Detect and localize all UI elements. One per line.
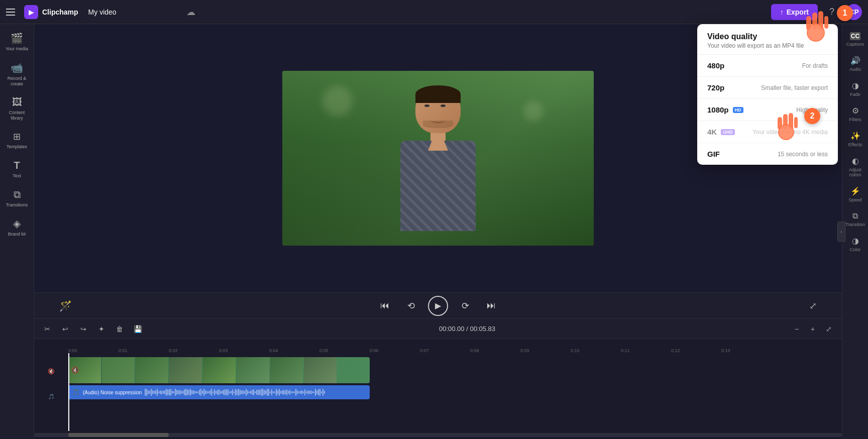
quality-label-1080p: 1080p (707, 105, 729, 114)
right-item-transition[interactable]: ⧉ Transition (843, 207, 867, 231)
wave-bar-116 (319, 389, 320, 395)
forward-5s-button[interactable]: ⟳ (456, 297, 474, 315)
video-title-input[interactable] (84, 6, 180, 18)
right-item-color[interactable]: ◑ Color (843, 232, 867, 256)
wave-bar-12 (163, 391, 164, 394)
timeline-track-headers: 🔇 🎵 (34, 353, 68, 431)
right-sidebar-collapse[interactable]: ‹ (837, 222, 845, 242)
timeline-save-button[interactable]: 💾 (131, 322, 145, 336)
right-item-speed[interactable]: ⚡ Speed (843, 182, 867, 206)
quality-option-1080p[interactable]: 1080p HD High quality (697, 99, 838, 121)
app-logo-icon: ▶ (24, 5, 38, 19)
audio-icon: 🔊 (850, 56, 860, 65)
audio-track[interactable]: 🎵 (Audio) Noise suppression (68, 385, 370, 399)
timeline-undo-button[interactable]: ↩ (58, 322, 72, 336)
wave-bar-101 (297, 390, 298, 394)
right-item-label-filters: Filters (849, 117, 861, 122)
quality-desc-720p: Smaller file, faster export (761, 84, 828, 91)
play-pause-button[interactable]: ▶ (428, 296, 448, 316)
wave-bar-42 (208, 391, 209, 393)
wave-bar-115 (318, 389, 319, 395)
zoom-in-button[interactable]: + (806, 322, 820, 336)
wave-bar-38 (202, 391, 203, 393)
help-button[interactable]: ? (824, 4, 840, 20)
quality-popup-subtitle: Your video will export as an MP4 file (707, 42, 828, 49)
right-item-label-transition: Transition (845, 222, 865, 227)
wave-bar-61 (237, 390, 238, 395)
wave-bar-36 (199, 390, 200, 395)
wave-bar-73 (255, 391, 256, 393)
skip-back-button[interactable]: ⏮ (376, 297, 394, 315)
wave-bar-7 (155, 390, 156, 394)
sidebar-item-brand-kit[interactable]: ◈ Brand kit (2, 213, 32, 241)
timeline-redo-button[interactable]: ↪ (76, 322, 90, 336)
video-quality-popup[interactable]: Video quality Your video will export as … (697, 24, 838, 165)
video-track-mute-btn[interactable]: 🔇 (48, 368, 55, 375)
ruler-mark-9: 0:09 (520, 348, 571, 353)
timeline-tracks-container: 🔇 🎵 (34, 353, 842, 431)
wave-bar-30 (190, 389, 191, 396)
zoom-out-button[interactable]: − (790, 322, 804, 336)
wave-bar-96 (289, 390, 290, 394)
right-item-filters[interactable]: ⚙ Filters (843, 102, 867, 126)
quality-option-gif[interactable]: GIF 15 seconds or less (697, 143, 838, 165)
zoom-controls: − + ⤢ (790, 322, 836, 336)
quality-option-480p[interactable]: 480p For drafts (697, 55, 838, 77)
thumb-2 (102, 357, 135, 383)
fade-icon: ◑ (852, 81, 859, 90)
wave-bar-88 (277, 390, 278, 394)
wave-bar-16 (169, 389, 170, 395)
quality-label-gif: GIF (707, 150, 720, 158)
sidebar-item-templates[interactable]: ⊞ Templates (2, 127, 32, 154)
wave-bar-26 (184, 389, 185, 395)
wave-bar-6 (154, 391, 155, 394)
timeline-track-area[interactable]: 🔇 🎵 (Audio) Noise suppression (68, 353, 842, 431)
timeline-scissors-tool[interactable]: ✂ (40, 322, 54, 336)
hd-badge: HD (733, 107, 743, 113)
fullscreen-button[interactable]: ⤢ (809, 300, 817, 311)
user-avatar-button[interactable]: CP (846, 4, 862, 20)
sidebar-item-content-library[interactable]: 🖼 Content library (2, 92, 32, 125)
wave-bar-49 (219, 389, 220, 395)
logo-area: ▶ Clipchamp (24, 5, 78, 19)
wave-bar-104 (301, 390, 302, 394)
ruler-mark-3: 0:03 (219, 348, 269, 353)
quality-option-720p[interactable]: 720p Smaller file, faster export (697, 77, 838, 99)
export-button[interactable]: ↑ Export (771, 4, 818, 20)
wave-bar-66 (244, 391, 245, 394)
zoom-fit-button[interactable]: ⤢ (822, 322, 836, 336)
wave-bar-76 (259, 390, 260, 394)
sidebar-item-your-media[interactable]: 🎬 Your media (2, 28, 32, 56)
thumb-7 (270, 357, 303, 383)
right-item-label-captions: Captions (846, 42, 864, 47)
sidebar-item-text[interactable]: T Text (2, 156, 32, 183)
wave-bar-0 (145, 389, 146, 395)
skip-forward-button[interactable]: ⏭ (482, 297, 500, 315)
hamburger-menu[interactable] (6, 6, 18, 18)
wave-bar-70 (250, 391, 251, 393)
magic-button[interactable]: 🪄 (59, 300, 72, 312)
timeline-scrollbar-thumb[interactable] (68, 433, 169, 437)
wave-bar-18 (172, 391, 173, 393)
wave-bar-3 (149, 391, 150, 394)
wave-bar-112 (313, 391, 314, 394)
right-item-effects[interactable]: ✨ Effects (843, 127, 867, 151)
timeline-delete-button[interactable]: 🗑 (113, 322, 127, 336)
right-item-captions[interactable]: CC Captions (843, 28, 867, 51)
timeline-scrollbar[interactable] (34, 433, 842, 437)
right-item-fade[interactable]: ◑ Fade (843, 77, 867, 101)
video-track[interactable]: 🔇 (68, 357, 842, 385)
quality-label-720p: 720p (707, 83, 724, 92)
video-clip[interactable]: 🔇 (68, 357, 370, 383)
wave-bar-15 (167, 389, 168, 395)
right-item-audio[interactable]: 🔊 Audio (843, 52, 867, 76)
right-item-adjust-colors[interactable]: ◐ Adjust colors (843, 152, 867, 181)
sidebar-item-record-create[interactable]: 📹 Record & create (2, 58, 32, 91)
sidebar-item-transitions[interactable]: ⧉ Transitions (2, 185, 32, 212)
sidebar-item-label-transitions: Transitions (6, 202, 28, 208)
wave-bar-107 (306, 391, 307, 393)
wave-bar-13 (164, 390, 165, 394)
timeline-cut-button[interactable]: ✦ (94, 322, 108, 336)
content-library-icon: 🖼 (12, 96, 22, 108)
rewind-5s-button[interactable]: ⟲ (402, 297, 420, 315)
